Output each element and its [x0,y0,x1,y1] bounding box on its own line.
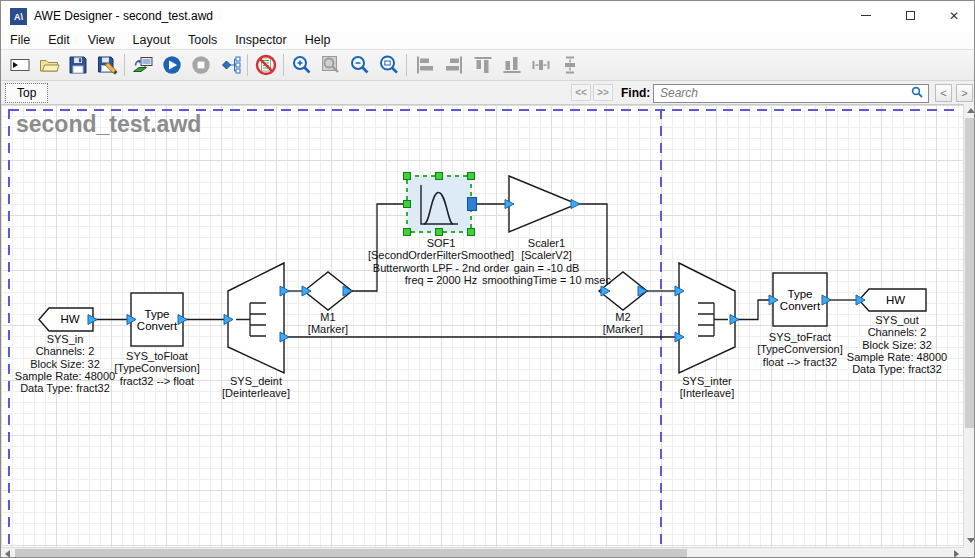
maximize-button[interactable] [888,1,932,30]
save-file-button[interactable] [63,52,92,79]
scroll-left-icon[interactable] [5,550,10,558]
align-top-button [468,52,497,79]
design-canvas[interactable]: second_test.awd [1,104,963,547]
toolbar-separator [124,54,125,76]
block-text-sys-tofract: Type Convert [773,273,827,326]
open-folder-icon [38,54,60,76]
find-next-button[interactable]: > [956,84,973,102]
label-line: SYS_toFract [744,331,856,343]
open-file-button[interactable] [34,52,63,79]
scroll-down-icon[interactable] [967,538,975,543]
block-text-sys-in: HW [47,309,93,330]
stop-icon [190,54,212,76]
label-line: [TypeConversion] [101,362,213,374]
search-input[interactable] [653,84,929,103]
zoom-actual-size-icon [378,54,400,76]
zoom-in-button[interactable] [287,52,316,79]
label-line: M2 [583,311,663,323]
new-layout-button[interactable] [5,52,34,79]
connect-to-target-button[interactable] [128,52,157,79]
history-forward-button[interactable]: >> [593,84,613,101]
block-text-sys-out: HW [867,290,924,310]
output-pin [571,200,580,209]
scrollbar-corner [963,547,975,558]
label-line: gain = -10 dB [459,262,634,274]
history-back-button[interactable]: << [571,84,591,101]
propagate-changes-button[interactable] [215,52,244,79]
label-line: Block Size: 32 [841,339,953,351]
label-line: Data Type: fract32 [841,363,953,375]
find-previous-button[interactable]: < [935,84,952,102]
zoom-actual-size-button[interactable] [374,52,403,79]
label-line: SYS_out [841,314,953,326]
search-box [653,83,929,102]
block-labels-sys-tofract: SYS_toFract [TypeConversion] float --> f… [744,331,856,368]
window-title: AWE Designer - second_test.awd [34,9,213,23]
block-text-sys-tofloat: Type Convert [131,293,183,346]
toolbar-separator [283,54,284,76]
align-left-icon [414,54,436,76]
align-bottom-button [497,52,526,79]
maximize-icon [906,11,915,20]
align-right-icon [443,54,465,76]
block-scaler1[interactable] [505,176,580,232]
label-line: SYS_toFloat [101,350,213,362]
new-layout-icon [9,54,31,76]
app-window: A\ AWE Designer - second_test.awd ✕ File… [0,0,975,558]
disable-inspectors-button[interactable] [251,52,280,79]
label-line: float --> fract32 [744,356,856,368]
zoom-region-button [316,52,345,79]
horizontal-scrollbar-thumb[interactable] [15,549,687,558]
block-labels-sys-tofloat: SYS_toFloat [TypeConversion] fract32 -->… [101,350,213,387]
close-icon: ✕ [949,10,959,22]
menu-edit[interactable]: Edit [39,31,79,49]
menu-file[interactable]: File [1,31,39,49]
zoom-in-icon [291,54,313,76]
tab-bar: Top << >> Find: < > [1,81,974,104]
propagate-changes-icon [219,54,241,76]
block-sys-deint[interactable] [224,263,289,373]
scroll-up-icon[interactable] [967,108,975,113]
save-icon [67,54,89,76]
connect-to-target-icon [132,54,154,76]
zoom-out-button[interactable] [345,52,374,79]
save-file-as-button[interactable] [92,52,121,79]
toolbar-separator [247,54,248,76]
vertical-scrollbar[interactable] [963,104,975,547]
menu-tools[interactable]: Tools [179,31,226,49]
label-line: [TypeConversion] [744,343,856,355]
block-sys-inter[interactable] [675,263,739,373]
scroll-right-icon[interactable] [954,550,959,558]
label-line: Sample Rate: 48000 [841,351,953,363]
distribute-horizontal-icon [530,54,552,76]
tab-top[interactable]: Top [5,83,48,103]
block-labels-m2: M2 [Marker] [583,311,663,336]
block-labels-scaler1: Scaler1 [ScalerV2] gain = -10 dB smoothi… [459,237,634,286]
horizontal-scrollbar[interactable] [1,547,963,558]
vertical-scrollbar-thumb[interactable] [965,118,975,428]
block-labels-m1: M1 [Marker] [288,311,368,336]
close-button[interactable]: ✕ [932,1,975,30]
menu-help[interactable]: Help [296,31,340,49]
menu-inspector[interactable]: Inspector [226,31,295,49]
toolbar-separator [406,54,407,76]
menu-view[interactable]: View [79,31,124,49]
distribute-vertical-icon [559,54,581,76]
label-line: M1 [288,311,368,323]
search-icon[interactable] [911,86,924,99]
align-top-icon [472,54,494,76]
minimize-button[interactable] [844,1,888,30]
label-line: [ScalerV2] [459,249,634,261]
block-sof1[interactable] [404,173,477,236]
label-line: [Marker] [583,323,663,335]
toolbar [1,49,974,81]
block-m1[interactable] [302,272,352,310]
save-as-icon [96,54,118,76]
run-button[interactable] [157,52,186,79]
align-bottom-icon [501,54,523,76]
menu-layout[interactable]: Layout [124,31,180,49]
block-labels-sys-out: SYS_out Channels: 2 Block Size: 32 Sampl… [841,314,953,375]
menu-bar: File Edit View Layout Tools Inspector He… [1,31,974,49]
distribute-vertical-button [555,52,584,79]
label-line: SYS_in [9,333,121,345]
